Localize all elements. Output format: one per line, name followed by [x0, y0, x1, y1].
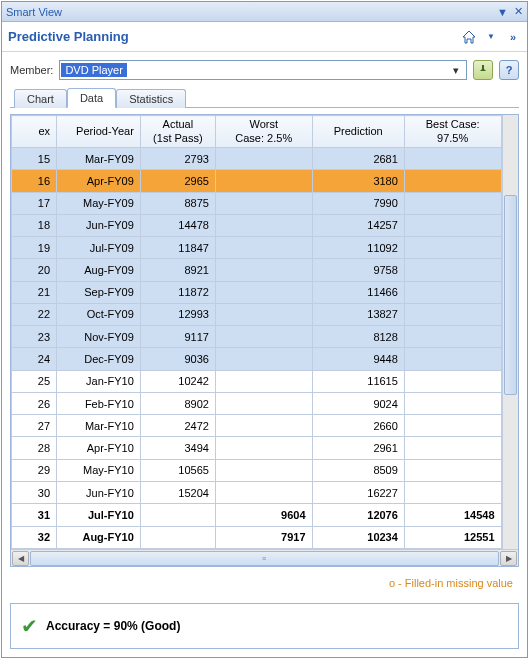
cell[interactable] — [215, 481, 312, 503]
cell[interactable]: 27 — [12, 415, 57, 437]
cell[interactable]: Apr-FY10 — [57, 437, 141, 459]
cell[interactable]: Jun-FY10 — [57, 481, 141, 503]
cell[interactable]: 13827 — [312, 303, 404, 325]
tab-statistics[interactable]: Statistics — [116, 89, 186, 108]
cell[interactable]: 9024 — [312, 392, 404, 414]
cell[interactable]: 8921 — [140, 259, 215, 281]
pin-button[interactable] — [473, 60, 493, 80]
cell[interactable]: 14257 — [312, 214, 404, 236]
cell[interactable]: Oct-FY09 — [57, 303, 141, 325]
cell[interactable]: 20 — [12, 259, 57, 281]
cell[interactable]: Jun-FY09 — [57, 214, 141, 236]
cell[interactable]: Sep-FY09 — [57, 281, 141, 303]
cell[interactable]: 11847 — [140, 237, 215, 259]
cell[interactable]: 8128 — [312, 326, 404, 348]
cell[interactable]: 2965 — [140, 170, 215, 192]
table-row[interactable]: 32Aug-FY1079171023412551 — [12, 526, 502, 548]
cell[interactable]: May-FY09 — [57, 192, 141, 214]
cell[interactable]: Aug-FY09 — [57, 259, 141, 281]
cell[interactable]: May-FY10 — [57, 459, 141, 481]
cell[interactable] — [140, 526, 215, 548]
cell[interactable]: 9604 — [215, 504, 312, 526]
cell[interactable]: 11466 — [312, 281, 404, 303]
chevron-down-icon[interactable]: ▾ — [448, 64, 464, 77]
col-best[interactable]: Best Case: 97.5% — [404, 116, 501, 148]
cell[interactable]: Aug-FY10 — [57, 526, 141, 548]
vertical-scrollbar[interactable] — [502, 115, 518, 549]
cell[interactable]: 11872 — [140, 281, 215, 303]
cell[interactable]: Jul-FY09 — [57, 237, 141, 259]
cell[interactable] — [215, 259, 312, 281]
table-row[interactable]: 18Jun-FY091447814257 — [12, 214, 502, 236]
cell[interactable] — [404, 281, 501, 303]
cell[interactable] — [215, 148, 312, 170]
tab-data[interactable]: Data — [67, 88, 116, 108]
col-prediction[interactable]: Prediction — [312, 116, 404, 148]
dropdown-icon[interactable]: ▼ — [497, 6, 508, 18]
cell[interactable]: 10565 — [140, 459, 215, 481]
cell[interactable]: 23 — [12, 326, 57, 348]
cell[interactable]: 11092 — [312, 237, 404, 259]
cell[interactable]: 8875 — [140, 192, 215, 214]
cell[interactable]: Dec-FY09 — [57, 348, 141, 370]
cell[interactable]: 15204 — [140, 481, 215, 503]
cell[interactable]: 9758 — [312, 259, 404, 281]
expand-icon[interactable]: » — [505, 29, 521, 45]
cell[interactable] — [215, 459, 312, 481]
cell[interactable]: 18 — [12, 214, 57, 236]
cell[interactable] — [404, 259, 501, 281]
tab-chart[interactable]: Chart — [14, 89, 67, 108]
cell[interactable] — [404, 192, 501, 214]
cell[interactable]: 12551 — [404, 526, 501, 548]
scroll-right-icon[interactable]: ▶ — [500, 551, 517, 566]
home-icon[interactable] — [461, 29, 477, 45]
member-select[interactable]: DVD Player ▾ — [59, 60, 467, 80]
cell[interactable]: 7990 — [312, 192, 404, 214]
cell[interactable] — [215, 348, 312, 370]
cell[interactable]: 28 — [12, 437, 57, 459]
menu-dropdown-icon[interactable]: ▼ — [483, 29, 499, 45]
table-row[interactable]: 17May-FY0988757990 — [12, 192, 502, 214]
cell[interactable]: 9448 — [312, 348, 404, 370]
cell[interactable] — [404, 415, 501, 437]
cell[interactable]: 10242 — [140, 370, 215, 392]
horizontal-scrollbar[interactable]: ◀ ≡ ▶ — [11, 549, 518, 566]
cell[interactable] — [215, 392, 312, 414]
cell[interactable]: 31 — [12, 504, 57, 526]
table-row[interactable]: 31Jul-FY1096041207614548 — [12, 504, 502, 526]
cell[interactable]: 2793 — [140, 148, 215, 170]
table-row[interactable]: 29May-FY10105658509 — [12, 459, 502, 481]
cell[interactable]: Jan-FY10 — [57, 370, 141, 392]
cell[interactable]: 2961 — [312, 437, 404, 459]
cell[interactable] — [215, 303, 312, 325]
cell[interactable]: 10234 — [312, 526, 404, 548]
horizontal-scroll-track[interactable]: ≡ — [30, 551, 499, 566]
col-worst[interactable]: Worst Case: 2.5% — [215, 116, 312, 148]
cell[interactable] — [404, 392, 501, 414]
close-icon[interactable]: ✕ — [514, 5, 523, 18]
cell[interactable]: 30 — [12, 481, 57, 503]
cell[interactable] — [404, 303, 501, 325]
cell[interactable] — [404, 459, 501, 481]
table-row[interactable]: 16Apr-FY0929653180 — [12, 170, 502, 192]
cell[interactable]: 8509 — [312, 459, 404, 481]
cell[interactable]: 25 — [12, 370, 57, 392]
table-row[interactable]: 19Jul-FY091184711092 — [12, 237, 502, 259]
table-row[interactable]: 23Nov-FY0991178128 — [12, 326, 502, 348]
cell[interactable] — [215, 326, 312, 348]
cell[interactable]: 21 — [12, 281, 57, 303]
cell[interactable] — [404, 326, 501, 348]
cell[interactable] — [215, 415, 312, 437]
table-row[interactable]: 22Oct-FY091299313827 — [12, 303, 502, 325]
cell[interactable]: Mar-FY09 — [57, 148, 141, 170]
table-row[interactable]: 24Dec-FY0990369448 — [12, 348, 502, 370]
cell[interactable]: 11615 — [312, 370, 404, 392]
cell[interactable] — [215, 192, 312, 214]
table-row[interactable]: 15Mar-FY0927932681 — [12, 148, 502, 170]
vertical-scroll-thumb[interactable] — [504, 195, 517, 395]
cell[interactable]: Apr-FY09 — [57, 170, 141, 192]
cell[interactable]: 32 — [12, 526, 57, 548]
table-row[interactable]: 27Mar-FY1024722660 — [12, 415, 502, 437]
cell[interactable] — [404, 237, 501, 259]
cell[interactable] — [215, 237, 312, 259]
